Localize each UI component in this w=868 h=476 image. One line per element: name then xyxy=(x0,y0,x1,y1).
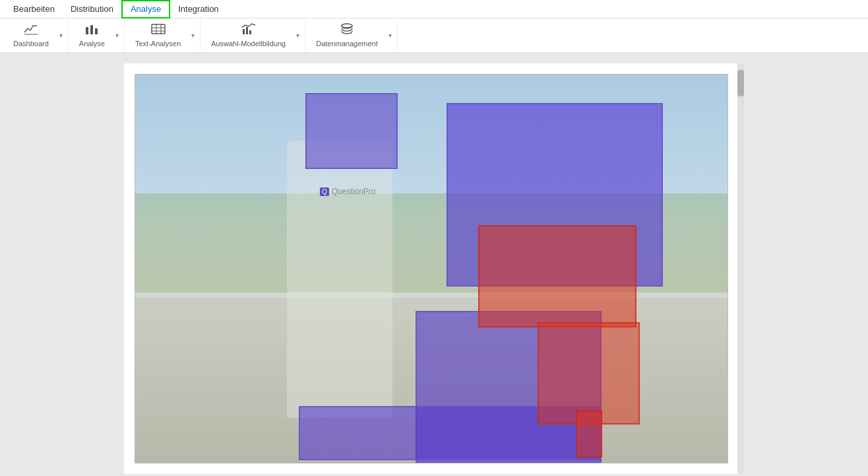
svg-point-12 xyxy=(342,24,352,28)
content-panel: Q QuestionPro xyxy=(124,63,744,474)
auswahl-dropdown[interactable]: ▾ xyxy=(294,20,302,51)
table-icon xyxy=(151,23,166,38)
menu-integration[interactable]: Integration xyxy=(170,0,226,18)
chart-combo-icon xyxy=(241,23,256,38)
main-content: Q QuestionPro xyxy=(0,53,868,476)
annotation-hotspot-small[interactable] xyxy=(576,410,602,458)
toolbar-text-analysen[interactable]: Text-Analysen xyxy=(127,20,189,51)
toolbar: Dashboard ▾ Analyse ▾ xyxy=(0,18,868,53)
annotation-hotspot-2[interactable] xyxy=(538,322,640,425)
toolbar-analyse[interactable]: Analyse xyxy=(71,20,113,51)
dashboard-dropdown[interactable]: ▾ xyxy=(57,20,65,51)
text-analysen-dropdown[interactable]: ▾ xyxy=(189,20,197,51)
toolbar-auswahl-modellbildung[interactable]: Auswahl-Modellbildung xyxy=(203,20,294,51)
toolbar-dashboard-group: Dashboard ▾ xyxy=(5,20,69,51)
analyse-dropdown[interactable]: ▾ xyxy=(113,20,121,51)
menu-distribution[interactable]: Distribution xyxy=(63,0,121,18)
svg-rect-10 xyxy=(246,27,248,34)
datenmanagement-dropdown[interactable]: ▾ xyxy=(386,20,394,51)
toolbar-dashboard[interactable]: Dashboard xyxy=(5,20,57,51)
annotation-hotspot-1[interactable] xyxy=(478,225,636,327)
brand-text: QuestionPro xyxy=(332,187,376,196)
cyclist-body xyxy=(287,141,392,418)
datenmanagement-label: Datenmanagement xyxy=(316,40,378,48)
menu-analyse[interactable]: Analyse xyxy=(121,0,170,18)
auswahl-label: Auswahl-Modellbildung xyxy=(211,40,286,48)
toolbar-auswahl-group: Auswahl-Modellbildung ▾ xyxy=(203,20,305,51)
chart-bar-icon xyxy=(84,23,99,38)
svg-rect-1 xyxy=(86,27,88,34)
scrollbar[interactable] xyxy=(737,63,744,474)
menu-bar: Bearbeiten Distribution Analyse Integrat… xyxy=(0,0,868,18)
chart-line-icon xyxy=(24,23,38,38)
svg-rect-4 xyxy=(152,24,165,34)
analyse-label: Analyse xyxy=(79,40,105,48)
annotation-head[interactable] xyxy=(305,93,398,169)
toolbar-analyse-group: Analyse ▾ xyxy=(71,20,125,51)
brand-icon: Q xyxy=(320,187,329,196)
svg-rect-3 xyxy=(95,28,98,34)
toolbar-datenmanagement[interactable]: Datenmanagement xyxy=(308,20,386,51)
database-icon xyxy=(340,23,354,38)
toolbar-text-analysen-group: Text-Analysen ▾ xyxy=(127,20,201,51)
svg-rect-2 xyxy=(90,25,93,34)
text-analysen-label: Text-Analysen xyxy=(135,40,181,48)
menu-bearbeiten[interactable]: Bearbeiten xyxy=(5,0,63,18)
brand-logo: Q QuestionPro xyxy=(320,187,375,196)
heatmap-image-container: Q QuestionPro xyxy=(135,74,728,463)
toolbar-datenmanagement-group: Datenmanagement ▾ xyxy=(308,20,398,51)
svg-rect-11 xyxy=(249,30,251,34)
dashboard-label: Dashboard xyxy=(13,40,49,48)
scrollbar-thumb[interactable] xyxy=(737,70,744,96)
svg-rect-9 xyxy=(243,29,245,34)
